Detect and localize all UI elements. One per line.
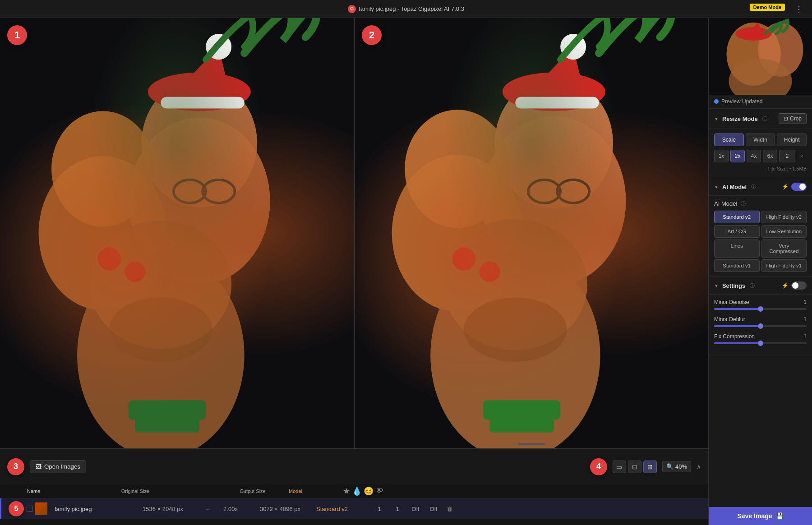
svg-rect-39 <box>489 416 554 433</box>
save-icon: 💾 <box>776 512 784 520</box>
svg-point-22 <box>482 116 626 286</box>
view-single-icon[interactable]: ▭ <box>613 461 626 473</box>
model-very-compressed-button[interactable]: Very Compressed <box>761 239 807 258</box>
svg-point-31 <box>392 155 523 312</box>
app-icon: G <box>348 5 356 13</box>
svg-rect-1 <box>0 18 354 448</box>
model-high-fidelity-v1-button[interactable]: High Fidelity v1 <box>761 259 807 272</box>
panel-label-1: 1 <box>7 25 27 45</box>
minor-deblur-label-row: Minor Deblur 1 <box>714 316 807 322</box>
view-split-icon[interactable]: ⊞ <box>643 461 657 473</box>
mode-height-button[interactable]: Height <box>777 134 807 146</box>
scale-1x-button[interactable]: 1x <box>714 150 729 162</box>
crop-button[interactable]: ⊡ Crop <box>779 113 807 124</box>
svg-point-33 <box>430 251 600 448</box>
svg-rect-19 <box>135 416 199 433</box>
svg-rect-7 <box>161 97 244 109</box>
file-scale: 2.00x <box>217 506 244 512</box>
model-low-resolution-button[interactable]: Low Resolution <box>761 225 807 238</box>
model-art-cg-button[interactable]: Art / CG <box>714 225 760 238</box>
svg-point-13 <box>77 253 245 448</box>
settings-info-icon: ⓘ <box>750 282 755 289</box>
minor-denoise-slider-row: Minor Denoise 1 <box>714 299 807 310</box>
drop-col-icon: 💧 <box>352 486 362 496</box>
model-lines-button[interactable]: Lines <box>714 239 760 258</box>
ai-model-label-row: AI Model ⓘ <box>714 200 807 207</box>
ai-model-chevron-icon: ▼ <box>714 184 719 189</box>
minor-denoise-thumb[interactable] <box>758 306 763 312</box>
svg-rect-20 <box>355 18 708 448</box>
file-delete-icon[interactable]: 🗑 <box>443 506 456 512</box>
minor-denoise-label: Minor Denoise <box>714 299 749 305</box>
file-list-row[interactable]: 5 family pic.jpeg 1536 × 2048 px → 2.00x… <box>0 498 708 519</box>
svg-rect-18 <box>129 401 206 420</box>
file-num2: 1 <box>388 506 406 512</box>
view-side-by-side-icon[interactable]: ⊟ <box>628 461 641 473</box>
col-name-header: Name <box>27 488 99 494</box>
zoom-value: 40% <box>675 463 687 470</box>
ai-model-toggle[interactable] <box>791 183 807 191</box>
scale-2x-button[interactable]: 2x <box>730 150 745 162</box>
eye-col-icon: 👁 <box>375 486 383 496</box>
model-high-fidelity-v2-button[interactable]: High Fidelity v2 <box>761 211 807 223</box>
settings-section-header[interactable]: ▼ Settings ⓘ ⚡ <box>709 277 812 295</box>
file-thumbnail <box>35 502 47 515</box>
fix-compression-thumb[interactable] <box>758 341 763 346</box>
settings-toggle[interactable] <box>791 281 807 290</box>
files-header: Name Original Size Output Size Model ★ 💧… <box>0 484 708 498</box>
thumbnail-svg <box>709 18 812 95</box>
minor-deblur-track[interactable] <box>714 325 807 327</box>
face-col-icon: 😊 <box>364 486 374 496</box>
svg-rect-21 <box>355 18 708 448</box>
file-num1: 1 <box>370 506 388 512</box>
open-images-button[interactable]: 🖼 Open Images <box>30 460 86 473</box>
panel-6-area: 6 <box>709 18 812 95</box>
bottom-toolbar: 3 🖼 Open Images 4 ▭ ⊟ ⊞ 🔍 40% ∧ <box>0 448 708 484</box>
processed-photo <box>355 18 708 448</box>
file-off2: Off <box>424 506 443 512</box>
ai-model-area: 8 ▼ AI Model ⓘ ⚡ AI Model ⓘ Standard v2 … <box>709 178 812 277</box>
fix-compression-label-row: Fix Compression 1 <box>714 333 807 340</box>
scale-6x-button[interactable]: 6x <box>763 150 777 162</box>
minor-deblur-slider-row: Minor Deblur 1 <box>714 316 807 327</box>
model-standard-v2-button[interactable]: Standard v2 <box>714 211 760 223</box>
svg-point-29 <box>557 180 589 203</box>
ai-model-field-info: ⓘ <box>741 200 746 207</box>
svg-point-28 <box>528 180 560 203</box>
svg-point-32 <box>405 110 510 228</box>
file-checkbox[interactable] <box>27 502 51 515</box>
lightning-icon: ⚡ <box>782 184 789 190</box>
svg-point-11 <box>39 156 167 310</box>
resize-mode-body: Scale Width Height 1x 2x 4x 6x 2 × File … <box>709 129 812 178</box>
file-off1: Off <box>406 506 424 512</box>
checkbox-icon <box>27 506 33 512</box>
mode-width-button[interactable]: Width <box>746 134 775 146</box>
expand-button[interactable]: ∧ <box>697 463 701 470</box>
save-area: 10 Save Image 💾 <box>709 507 812 525</box>
fix-compression-label: Fix Compression <box>714 333 755 340</box>
minor-deblur-thumb[interactable] <box>758 323 763 329</box>
scale-custom-input[interactable]: 2 <box>779 150 795 162</box>
model-standard-v1-button[interactable]: Standard v1 <box>714 259 760 272</box>
ai-model-section-header[interactable]: ▼ AI Model ⓘ ⚡ <box>709 178 812 196</box>
svg-point-9 <box>203 180 235 203</box>
star-col-icon: ★ <box>343 486 350 496</box>
scale-buttons-row: 1x 2x 4x 6x 2 × <box>714 150 807 162</box>
svg-rect-38 <box>483 401 560 420</box>
more-options-icon[interactable]: ⋮ <box>795 4 803 14</box>
preview-updated-label: Preview Updated <box>709 95 812 109</box>
file-original-size: 1536 × 2048 px <box>127 506 199 512</box>
scale-4x-button[interactable]: 4x <box>747 150 761 162</box>
zoom-control: 🔍 40% <box>662 461 691 472</box>
mode-scale-button[interactable]: Scale <box>714 134 744 146</box>
resize-mode-section-header[interactable]: ▼ Resize Mode ⓘ ⊡ Crop <box>709 109 812 129</box>
svg-point-2 <box>129 117 270 285</box>
crop-icon: ⊡ <box>784 115 788 122</box>
fix-compression-slider-row: Fix Compression 1 <box>714 333 807 344</box>
svg-point-17 <box>125 262 146 282</box>
settings-title: Settings <box>722 282 745 289</box>
ai-model-info-icon: ⓘ <box>751 184 756 190</box>
save-image-button[interactable]: Save Image 💾 <box>709 507 812 525</box>
minor-denoise-track[interactable] <box>714 308 807 310</box>
fix-compression-track[interactable] <box>714 342 807 344</box>
